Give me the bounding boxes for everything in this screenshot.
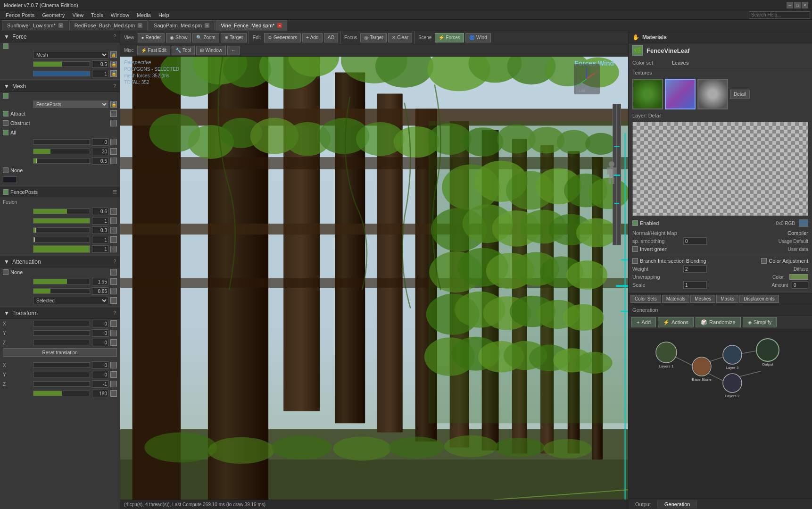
attenuation-section-header[interactable]: ▼ Attenuation ? [0, 256, 120, 267]
mesh-enabled-checkbox[interactable] [3, 93, 8, 99]
gen-add-button[interactable]: + Add [631, 317, 656, 327]
tab-sagopalm[interactable]: SagoPalm_Med.spm × [149, 20, 215, 31]
fenceposts2-checkbox[interactable] [3, 189, 8, 195]
fusion-input2[interactable] [92, 217, 108, 225]
close-button[interactable]: × [802, 2, 808, 8]
all-checkbox[interactable] [3, 130, 8, 135]
rot-y-slider[interactable] [33, 372, 90, 377]
transform-section-header[interactable]: ▼ Transform ? [0, 308, 120, 319]
gen-randomize-button[interactable]: 🎲 Randomize [696, 317, 741, 327]
show-button[interactable]: ◉ Show [166, 33, 191, 42]
transform-z-input[interactable] [92, 339, 108, 346]
rz-lock[interactable] [110, 381, 117, 387]
transform-z-slider[interactable] [33, 340, 90, 345]
rot-val-input[interactable] [92, 390, 108, 397]
force-slider2[interactable] [33, 71, 90, 76]
fusion-input3[interactable] [92, 226, 108, 234]
mesh-section-header[interactable]: ▼ Mesh ? [0, 81, 120, 92]
rot-y-input[interactable] [92, 371, 108, 378]
menu-view[interactable]: View [68, 11, 87, 19]
tab-vine-fence[interactable]: Vine_Fence_Med.spm* × [215, 20, 287, 31]
atten-slider1[interactable] [33, 279, 90, 284]
mesh-input-0[interactable] [92, 138, 108, 146]
enabled-checkbox[interactable] [632, 220, 638, 226]
tab-close-vine[interactable]: × [277, 23, 282, 28]
mesh-input-30[interactable] [92, 148, 108, 155]
gen-simplify-button[interactable]: ◈ Simplify [743, 317, 777, 327]
atten-selected-dropdown[interactable]: Selected [33, 297, 108, 304]
fv4-lock[interactable] [110, 236, 117, 243]
mesh-slider-30[interactable] [33, 149, 90, 154]
minimize-button[interactable]: – [787, 2, 793, 8]
menu-window[interactable]: Window [107, 11, 133, 19]
tab-close-sunflower[interactable]: × [58, 23, 63, 28]
add-button[interactable]: + Add [302, 33, 323, 42]
fusion-slider2[interactable] [33, 218, 90, 224]
ao-button[interactable]: AO [324, 33, 338, 42]
amount-input[interactable] [792, 281, 808, 289]
weight-input[interactable] [683, 265, 707, 273]
output-tab[interactable]: Output [629, 500, 658, 509]
mesh-v05-lock[interactable] [110, 158, 117, 164]
menu-media[interactable]: Media [133, 11, 155, 19]
menu-tools[interactable]: Tools [87, 11, 107, 19]
color-picker-swatch[interactable] [789, 274, 808, 280]
texture-thumb-blue[interactable] [665, 79, 696, 109]
atten-input2[interactable] [92, 287, 108, 295]
tx-lock[interactable] [110, 320, 117, 327]
none-checkbox[interactable] [3, 167, 8, 173]
search-help-input[interactable] [749, 11, 810, 19]
force-enabled-checkbox[interactable] [3, 43, 8, 49]
reset-translation-button[interactable]: Reset translation [3, 348, 117, 357]
force-value1-input[interactable]: 0.5 [92, 60, 108, 68]
masks-tab[interactable]: Masks [716, 295, 738, 303]
force-value2-input[interactable]: 1 [92, 70, 108, 77]
texture-thumb-leaf[interactable] [632, 79, 663, 109]
fv3-lock[interactable] [110, 227, 117, 234]
wind-button[interactable]: 🌀 Wind [465, 33, 491, 42]
detail-button[interactable]: Detail [730, 90, 750, 99]
generators-button[interactable]: ⚙ Generators [264, 33, 301, 42]
fusion-input1[interactable] [92, 208, 108, 215]
branch-checkbox[interactable] [632, 258, 638, 264]
tab-close-redrose[interactable]: × [138, 23, 142, 28]
fv2-lock[interactable] [110, 217, 117, 224]
atten-sel-lock[interactable] [110, 297, 117, 304]
transform-y-input[interactable] [92, 329, 108, 337]
fusion-slider4[interactable] [33, 237, 90, 242]
transform-x-slider[interactable] [33, 321, 90, 326]
ls-lock[interactable] [110, 246, 117, 252]
atten-slider2[interactable] [33, 288, 90, 294]
rot-val-slider[interactable] [33, 391, 90, 396]
back-button[interactable]: ← [227, 46, 240, 55]
clear-button[interactable]: ✕ Clear [388, 33, 412, 42]
transform-y-slider[interactable] [33, 330, 90, 336]
scale-input[interactable] [683, 281, 707, 289]
materials-tab[interactable]: Materials [662, 295, 690, 303]
generation-tab[interactable]: Generation [658, 500, 697, 509]
mesh-v30-lock[interactable] [110, 148, 117, 155]
force-v2-lock[interactable]: 🔒 [110, 70, 117, 77]
menu-geometry[interactable]: Geometry [38, 11, 68, 19]
target-button[interactable]: ⊕ Target [221, 33, 247, 42]
colorsets-tab[interactable]: Color Sets [630, 295, 661, 303]
rv-lock[interactable] [110, 390, 117, 397]
mesh-v0-lock[interactable] [110, 139, 117, 145]
node-graph-area[interactable]: Layers 1 Base Stone Layer 3 Layers 2 Out… [629, 329, 812, 499]
atten-v2-lock[interactable] [110, 288, 117, 294]
rot-x-slider[interactable] [33, 362, 90, 368]
obstruct-lock[interactable] [110, 120, 117, 126]
force-slider1[interactable] [33, 61, 90, 67]
atten-none-checkbox[interactable] [3, 269, 8, 275]
menu-fence-posts[interactable]: Fence Posts [2, 11, 38, 19]
window-button[interactable]: ⊞ Window [196, 46, 226, 55]
force-type-lock[interactable]: 🔒 [110, 51, 117, 58]
force-type-dropdown[interactable]: Mesh [33, 51, 108, 58]
attract-lock[interactable] [110, 110, 117, 117]
fusion-slider1[interactable] [33, 209, 90, 214]
mesh-input-05[interactable] [92, 157, 108, 165]
fast-edit-button[interactable]: ⚡ Fast Edit [137, 46, 170, 55]
mesh-slider-05[interactable] [33, 158, 90, 164]
tool-button[interactable]: 🔧 Tool [172, 46, 195, 55]
menu-help[interactable]: Help [155, 11, 173, 19]
